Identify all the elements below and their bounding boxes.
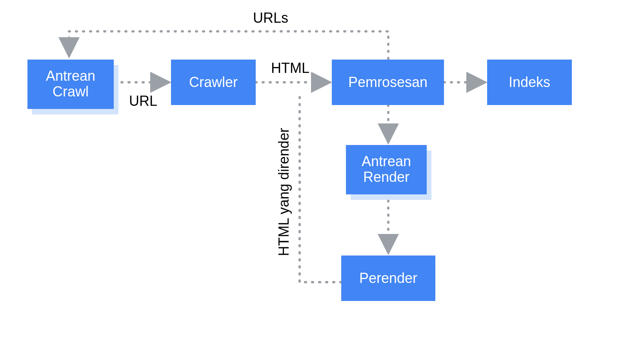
edge-label-html: HTML — [271, 60, 309, 76]
node-render-queue: Antrean Render — [346, 145, 431, 200]
diagram-canvas: Antrean Crawl Crawler Pemrosesan Indeks … — [0, 0, 644, 348]
node-index: Indeks — [487, 60, 572, 105]
node-renderer: Perender — [341, 256, 435, 301]
node-render-queue-label-2: Render — [363, 169, 409, 185]
edge-label-urls: URLs — [253, 10, 288, 26]
edge-label-rendered-html: HTML yang dirender — [276, 128, 292, 256]
node-processing: Pemrosesan — [332, 60, 444, 105]
node-processing-label: Pemrosesan — [348, 74, 428, 90]
edge-renderer-to-processing — [300, 105, 341, 282]
node-renderer-label: Perender — [359, 270, 417, 286]
node-render-queue-label-1: Antrean — [362, 153, 411, 169]
node-crawl-queue-label-1: Antrean — [46, 68, 95, 84]
node-crawl-queue-label-2: Crawl — [53, 83, 89, 100]
edge-label-url: URL — [129, 93, 157, 109]
edge-processing-to-crawlq — [69, 31, 388, 59]
node-index-label: Indeks — [509, 74, 550, 90]
edge-renderer-to-processing-main — [300, 91, 341, 282]
edge-renderer-to-processing-arrow — [300, 90, 341, 282]
node-crawler: Crawler — [171, 60, 256, 105]
node-crawler-label: Crawler — [189, 74, 238, 90]
node-crawl-queue: Antrean Crawl — [27, 60, 118, 114]
